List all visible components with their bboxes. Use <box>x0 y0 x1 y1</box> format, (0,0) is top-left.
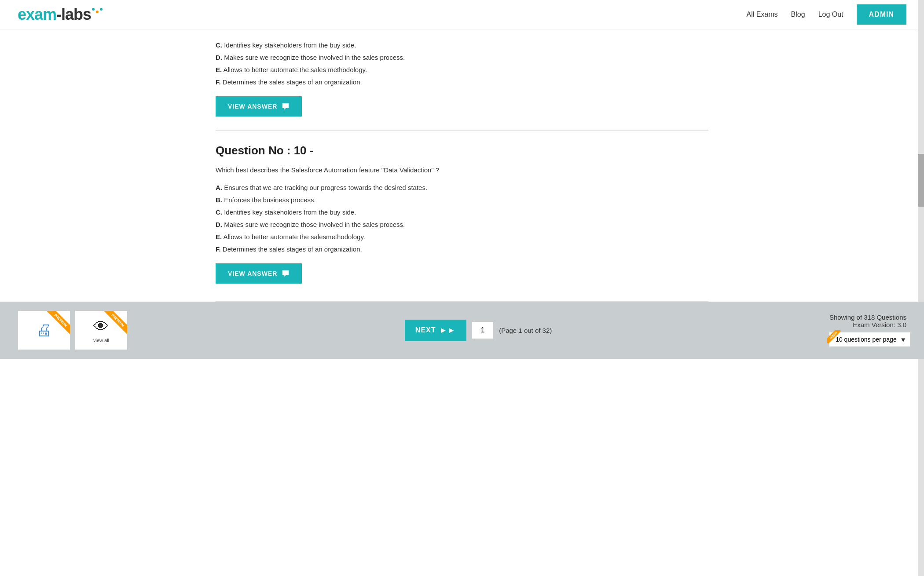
nav: All Exams Blog Log Out ADMIN <box>746 4 906 25</box>
q10-option-c-text: Identifies key stakeholders from the buy… <box>224 208 356 216</box>
next-label: NEXT <box>415 326 436 334</box>
nav-all-exams[interactable]: All Exams <box>746 11 777 18</box>
prev-option-d-letter: D. <box>216 54 222 61</box>
q10-option-e: E. Allows to better automate the salesme… <box>216 232 708 242</box>
q10-option-d: D. Makes sure we recognize those involve… <box>216 219 708 230</box>
prev-option-e-letter: E. <box>216 66 222 73</box>
q10-option-b-text: Enforces the business process. <box>224 196 315 204</box>
prev-option-e-text: Allows to better automate the sales meth… <box>224 66 367 73</box>
showing-label: Showing of 318 Questions <box>829 314 906 321</box>
nav-logout[interactable]: Log Out <box>818 11 843 18</box>
q10-option-e-letter: E. <box>216 233 222 241</box>
question-10-text: Which best describes the Salesforce Auto… <box>216 166 708 174</box>
exam-version-label: Exam Version: 3.0 <box>829 321 906 328</box>
question-10-section: Question No : 10 - Which best describes … <box>216 131 708 301</box>
q10-view-answer-button[interactable]: VIEW ANSWER <box>216 263 302 284</box>
prev-option-f-letter: F. <box>216 78 221 86</box>
prev-option-d: D. Makes sure we recognize those involve… <box>216 52 708 63</box>
prev-option-f: F. Determines the sales stages of an org… <box>216 77 708 87</box>
prev-option-e: E. Allows to better automate the sales m… <box>216 65 708 75</box>
next-button[interactable]: NEXT ►► <box>405 320 466 341</box>
q10-option-b: B. Enforces the business process. <box>216 195 708 205</box>
header: exam-labs All Exams Blog Log Out ADMIN <box>0 0 924 29</box>
prev-view-answer-label: VIEW ANSWER <box>228 103 277 110</box>
q10-option-d-letter: D. <box>216 221 222 228</box>
q10-option-c: C. Identifies key stakeholders from the … <box>216 207 708 218</box>
view-all-premium-ribbon <box>96 311 127 342</box>
prev-option-c: C. Identifies key stakeholders from the … <box>216 40 708 51</box>
per-page-select[interactable]: 10 questions per page 20 questions per p… <box>829 332 910 347</box>
main-content: C. Identifies key stakeholders from the … <box>198 29 726 302</box>
logo[interactable]: exam-labs <box>18 5 103 24</box>
print-premium-ribbon <box>39 311 70 342</box>
footer-info: Showing of 318 Questions Exam Version: 3… <box>829 314 906 347</box>
prev-option-c-text: Identifies key stakeholders from the buy… <box>224 41 356 49</box>
q10-option-d-text: Makes sure we recognize those involved i… <box>224 221 405 228</box>
chat-icon <box>282 102 290 110</box>
q10-option-a-letter: A. <box>216 184 222 191</box>
footer: 🖨 👁 view all NEXT ►► (Page 1 out of 32) … <box>0 302 924 359</box>
admin-button[interactable]: ADMIN <box>857 4 906 25</box>
q10-option-f-text: Determines the sales stages of an organi… <box>223 245 362 253</box>
prev-option-c-letter: C. <box>216 41 222 49</box>
nav-blog[interactable]: Blog <box>791 11 805 18</box>
prev-option-f-text: Determines the sales stages of an organi… <box>223 78 362 86</box>
footer-nav: NEXT ►► (Page 1 out of 32) <box>128 320 829 341</box>
q10-option-e-text: Allows to better automate the salesmetho… <box>224 233 365 241</box>
scrollbar-thumb[interactable] <box>918 154 924 207</box>
q10-option-a: A. Ensures that we are tracking our prog… <box>216 182 708 193</box>
q10-option-f-letter: F. <box>216 245 221 253</box>
q10-view-answer-label: VIEW ANSWER <box>228 270 277 277</box>
prev-question-section: C. Identifies key stakeholders from the … <box>216 29 708 130</box>
q10-option-b-letter: B. <box>216 196 222 204</box>
q10-option-c-letter: C. <box>216 208 222 216</box>
page-info: (Page 1 out of 32) <box>499 327 552 334</box>
page-input[interactable] <box>472 321 494 339</box>
prev-option-d-text: Makes sure we recognize those involved i… <box>224 54 405 61</box>
q10-chat-icon <box>282 270 290 277</box>
question-10-title: Question No : 10 - <box>216 144 708 157</box>
prev-view-answer-button[interactable]: VIEW ANSWER <box>216 96 302 117</box>
print-card[interactable]: 🖨 <box>18 310 70 350</box>
view-all-card[interactable]: 👁 view all <box>75 310 128 350</box>
q10-option-a-text: Ensures that we are tracking our progres… <box>224 184 427 191</box>
footer-cards: 🖨 👁 view all <box>18 310 128 350</box>
q10-option-f: F. Determines the sales stages of an org… <box>216 244 708 255</box>
next-arrows-icon: ►► <box>440 326 456 335</box>
